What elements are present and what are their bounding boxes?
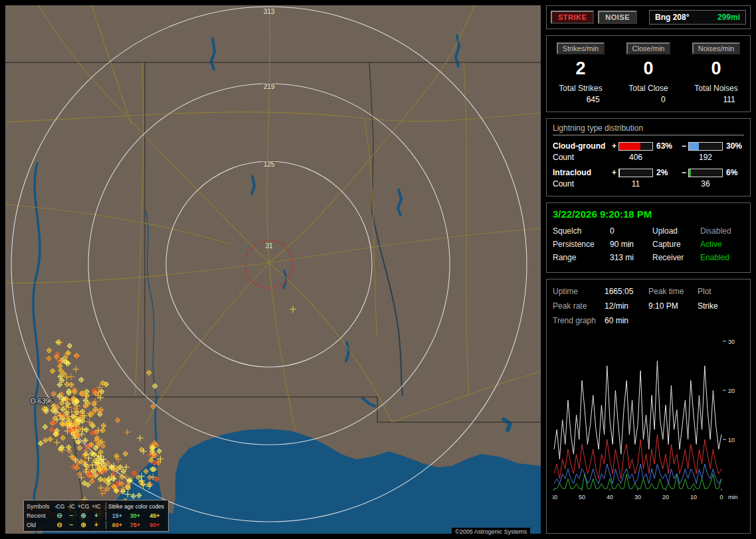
range-label-313: 313 [264,8,275,15]
ic-negative-count: 36 [688,179,723,189]
circle-minus-icon: ⊖ [53,511,66,520]
strikes-per-min-value: 2 [547,58,614,79]
circle-plus-icon: ⊕ [77,520,90,530]
uptime-value: 1665:05 [605,287,648,296]
bearing-range-value: 299mi [717,13,740,22]
legend-old-row: Old ⊖ − ⊕ + 60+ 75+ 90+ [27,520,165,530]
svg-text:min: min [728,494,738,501]
distribution-section: Lightning type distribution Cloud-ground… [546,118,751,196]
ic-negative-percent: 6% [723,168,744,177]
svg-text:0: 0 [719,494,723,501]
minus-sign: − [680,141,688,151]
cg-negative-percent: 30% [723,141,744,151]
stats-row: Trend graph 60 min [553,316,744,325]
rates-section: Strikes/min 2 Total Strikes 645 Close/mi… [546,35,751,112]
bearing-value: Bng 208° [655,13,689,22]
close-per-min-button[interactable]: Close/min [626,42,671,54]
range-label-31: 31 [265,242,273,250]
cg-positive-count: 406 [618,153,653,162]
distribution-title: Lightning type distribution [553,123,744,135]
status-row: Squelch 0 Upload Disabled [553,226,744,236]
capture-status: Active [700,240,744,249]
legend-divider [106,502,106,510]
stats-row: Peak rate 12/min 9:10 PM Strike [553,301,744,311]
legend-recent-row: Recent ⊖ − ⊕ + 15+ 30+ 45+ [27,511,165,520]
range-label-125: 125 [264,161,275,168]
close-per-min-value: 0 [614,58,682,79]
persistence-value: 90 min [610,240,652,249]
legend-col-pos-ic: +IC [90,502,103,511]
persistence-label: Persistence [553,240,610,249]
ic-positive-percent: 2% [653,168,680,177]
cg-positive-bar [618,142,653,151]
peak-time-label: Peak time [648,287,698,296]
total-close-value: 0 [628,95,668,104]
svg-text:30: 30 [728,339,735,345]
peak-rate-value: 12/min [605,301,648,311]
intracloud-count-row: Count 11 36 [553,179,744,189]
top-control-bar: STRIKE NOISE Bng 208° 299mi [546,5,751,29]
receiver-status: Enabled [700,253,744,262]
legend-col-pos-cg: +CG [77,502,90,511]
map-legend: Symbols -CG -IC +CG +IC Strike age color… [23,500,169,532]
legend-divider [106,521,106,529]
noises-per-min-button[interactable]: Noises/min [692,42,740,54]
squelch-label: Squelch [553,226,610,236]
plus-icon: + [90,520,103,530]
plus-sign: + [610,141,618,151]
cg-negative-count: 192 [688,153,723,162]
age-code-15: 15+ [108,511,126,520]
trend-graph-label: Trend graph [553,316,605,325]
strikes-per-min-column: Strikes/min 2 Total Strikes 645 [547,42,614,105]
stats-section: Uptime 1665:05 Peak time Plot Peak rate … [546,279,751,534]
plot-value: Strike [698,301,744,311]
legend-divider [106,512,106,520]
bearing-display: Bng 208° 299mi [649,10,746,25]
stats-row: Uptime 1665:05 Peak time Plot [553,287,744,296]
datetime-display: 3/22/2026 9:20:18 PM [553,208,744,220]
strike-button[interactable]: STRIKE [551,11,594,24]
total-strikes-value: 645 [559,95,602,104]
noise-button[interactable]: NOISE [598,11,637,24]
uptime-label: Uptime [553,287,605,296]
svg-text:10: 10 [728,437,735,443]
legend-symbols-title: Symbols [27,502,53,511]
legend-col-neg-cg: -CG [53,502,66,511]
total-noises-label: Total Noises [694,84,737,93]
svg-text:10: 10 [690,494,697,501]
intracloud-row: Intracloud + 2% − 6% [553,168,744,177]
upload-label: Upload [652,226,700,236]
ic-negative-bar [688,169,723,177]
upload-status: Disabled [700,226,744,236]
count-label: Count [553,179,610,189]
plus-icon: + [90,511,103,520]
range-label: Range [553,253,610,262]
strikes-per-min-button[interactable]: Strikes/min [557,42,605,54]
storm-cell-label: O-6396 [31,398,53,405]
intracloud-label: Intracloud [553,168,610,177]
age-code-30: 30+ [126,511,144,520]
legend-age-title: Strike age color codes [108,502,165,511]
range-label-219: 219 [264,83,275,90]
cg-positive-percent: 63% [653,141,680,151]
plus-sign: + [610,168,618,177]
minus-icon: − [66,511,77,520]
total-strikes-label: Total Strikes [559,84,602,93]
side-panel: STRIKE NOISE Bng 208° 299mi Strikes/min … [546,5,751,534]
circle-minus-icon: ⊖ [53,520,66,530]
svg-text:20: 20 [728,388,735,394]
map-canvas[interactable]: 313 219 125 31 O-6396 [5,5,541,534]
age-code-90: 90+ [144,520,165,530]
status-section: 3/22/2026 9:20:18 PM Squelch 0 Upload Di… [546,202,751,273]
status-row: Range 313 mi Receiver Enabled [553,253,744,262]
noises-per-min-column: Noises/min 0 Total Noises 111 [682,42,750,105]
total-noises-value: 111 [694,95,737,104]
legend-col-neg-ic: -IC [66,502,77,511]
svg-text:60: 60 [553,494,557,501]
age-code-60: 60+ [108,520,126,530]
trend-chart-wrap: 3020106050403020100min [553,337,744,507]
capture-label: Capture [652,240,700,249]
cg-negative-bar [688,142,723,151]
cloud-ground-row: Cloud-ground + 63% − 30% [553,141,744,151]
total-close-label: Total Close [628,84,668,93]
